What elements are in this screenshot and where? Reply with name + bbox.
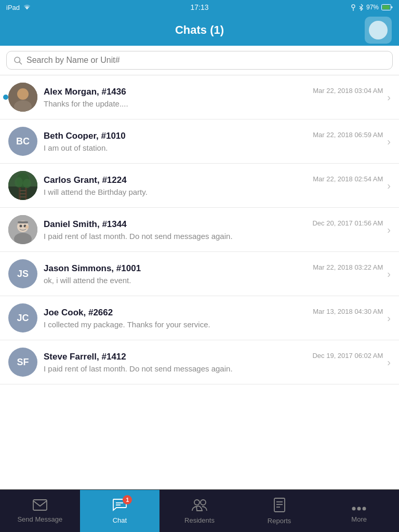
chat-content: Joe Cook, #2662Mar 13, 2018 04:30 AMI co… — [44, 308, 383, 329]
chat-time: Mar 22, 2018 03:04 AM — [313, 87, 383, 95]
svg-point-28 — [194, 500, 200, 505]
nav-label: Residents — [184, 516, 215, 524]
svg-line-4 — [19, 62, 21, 64]
chat-avatar — [8, 171, 37, 200]
nav-item-chat[interactable]: 1Chat — [80, 490, 160, 532]
chat-name: Beth Cooper, #1010 — [44, 131, 126, 141]
chat-time: Mar 22, 2018 03:22 AM — [313, 263, 383, 271]
wifi-icon — [23, 4, 31, 10]
more-icon — [352, 499, 366, 513]
chat-name: Steve Farrell, #1412 — [44, 352, 126, 362]
page-title: Chats (1) — [175, 23, 224, 37]
profile-avatar[interactable] — [365, 17, 392, 44]
carrier-label: iPad — [6, 4, 20, 11]
unread-dot — [3, 95, 8, 100]
chat-avatar — [8, 83, 37, 112]
chat-item[interactable]: Alex Morgan, #1436Mar 22, 2018 03:04 AMT… — [0, 75, 399, 119]
nav-label: More — [351, 515, 367, 523]
chat-item[interactable]: BCBeth Cooper, #1010Mar 22, 2018 06:59 A… — [0, 119, 399, 164]
chat-time: Mar 13, 2018 04:30 AM — [313, 308, 383, 315]
chat-item[interactable]: JCJoe Cook, #2662Mar 13, 2018 04:30 AMI … — [0, 296, 399, 340]
svg-point-24 — [25, 225, 29, 229]
nav-badge: 1 — [123, 495, 132, 504]
chat-time: Mar 22, 2018 02:54 AM — [313, 175, 383, 183]
chat-name: Carlos Grant, #1224 — [44, 175, 127, 185]
reports-icon — [273, 498, 286, 514]
svg-point-34 — [352, 507, 356, 510]
chevron-right-icon: › — [387, 224, 391, 236]
chat-time: Dec 19, 2017 06:02 AM — [312, 352, 383, 360]
chevron-right-icon: › — [387, 356, 391, 368]
chat-content: Jason Simmons, #1001Mar 22, 2018 03:22 A… — [44, 263, 383, 285]
svg-point-29 — [201, 500, 206, 505]
chat-avatar: JS — [8, 259, 37, 288]
chat-preview: ok, i will attend the event. — [44, 276, 383, 285]
residents-icon — [192, 498, 207, 514]
avatar-inner — [369, 21, 388, 39]
chevron-right-icon: › — [387, 91, 391, 103]
chevron-right-icon: › — [387, 268, 391, 280]
svg-point-35 — [357, 507, 361, 510]
nav-item-reports[interactable]: Reports — [240, 490, 320, 532]
chat-name: Joe Cook, #2662 — [44, 308, 113, 318]
nav-label: Chat — [113, 516, 127, 524]
status-left: iPad — [6, 4, 31, 11]
svg-point-21 — [20, 225, 22, 228]
chat-name: Alex Morgan, #1436 — [44, 87, 126, 97]
nav-item-residents[interactable]: Residents — [159, 490, 240, 532]
battery-icon — [381, 4, 393, 10]
nav-label: Send Message — [17, 515, 62, 523]
chat-preview: I paid rent of last month. Do not send m… — [44, 364, 383, 373]
battery-label: 97% — [366, 4, 379, 11]
chat-content: Carlos Grant, #1224Mar 22, 2018 02:54 AM… — [44, 175, 383, 196]
chat-preview: I collected my package. Thanks for your … — [44, 320, 383, 329]
chat-avatar: SF — [8, 348, 37, 377]
chat-preview: Thanks for the update.... — [44, 99, 383, 108]
nav-label: Reports — [268, 517, 291, 525]
chat-content: Daniel Smith, #1344Dec 20, 2017 01:56 AM… — [44, 219, 383, 241]
chat-list: Alex Morgan, #1436Mar 22, 2018 03:04 AMT… — [0, 75, 399, 489]
search-input[interactable] — [26, 56, 386, 65]
search-container — [0, 46, 399, 75]
chat-item[interactable]: SFSteve Farrell, #1412Dec 19, 2017 06:02… — [0, 340, 399, 384]
chat-preview: I am out of station. — [44, 143, 383, 152]
svg-rect-23 — [18, 221, 28, 223]
status-bar: iPad 17:13 97% — [0, 0, 399, 15]
nav-item-send-message[interactable]: Send Message — [0, 490, 80, 532]
chat-avatar: JC — [8, 303, 37, 332]
svg-point-17 — [23, 179, 31, 188]
svg-point-16 — [15, 177, 23, 188]
svg-rect-2 — [382, 5, 390, 9]
chat-preview: I will attend the Birthday party. — [44, 188, 383, 196]
chat-avatar: BC — [8, 127, 37, 156]
search-bar[interactable] — [6, 51, 393, 70]
chevron-right-icon: › — [387, 136, 391, 148]
svg-point-0 — [352, 5, 355, 8]
bluetooth-icon — [358, 4, 364, 11]
svg-rect-30 — [274, 498, 285, 512]
search-icon — [13, 56, 22, 65]
chat-item[interactable]: Daniel Smith, #1344Dec 20, 2017 01:56 AM… — [0, 208, 399, 252]
chat-preview: I paid rent of last month. Do not send m… — [44, 232, 383, 241]
chat-item[interactable]: JSJason Simmons, #1001Mar 22, 2018 03:22… — [0, 252, 399, 296]
chevron-right-icon: › — [387, 312, 391, 324]
chat-avatar — [8, 215, 37, 244]
envelope-icon — [33, 499, 47, 513]
status-right: 97% — [351, 4, 393, 11]
chat-time: Mar 22, 2018 06:59 AM — [313, 131, 383, 139]
chat-time: Dec 20, 2017 01:56 AM — [312, 219, 383, 227]
location-icon — [351, 4, 356, 11]
svg-point-36 — [363, 507, 366, 510]
svg-rect-25 — [33, 500, 47, 510]
bottom-nav: Send Message 1Chat Residents Reports Mor… — [0, 489, 399, 532]
header: Chats (1) — [0, 15, 399, 46]
chat-content: Beth Cooper, #1010Mar 22, 2018 06:59 AMI… — [44, 131, 383, 152]
chat-name: Daniel Smith, #1344 — [44, 219, 127, 230]
chat-content: Steve Farrell, #1412Dec 19, 2017 06:02 A… — [44, 352, 383, 373]
chat-item[interactable]: Carlos Grant, #1224Mar 22, 2018 02:54 AM… — [0, 164, 399, 208]
nav-item-more[interactable]: More — [319, 490, 399, 532]
chat-content: Alex Morgan, #1436Mar 22, 2018 03:04 AMT… — [44, 87, 383, 108]
chat-name: Jason Simmons, #1001 — [44, 263, 141, 274]
chevron-right-icon: › — [387, 180, 391, 192]
svg-point-6 — [17, 88, 29, 100]
